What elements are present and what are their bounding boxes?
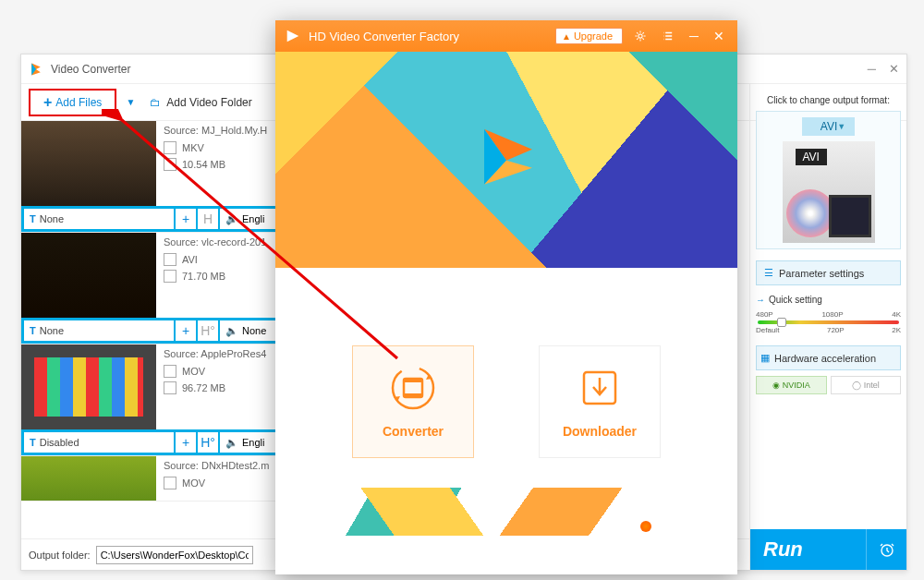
- list-icon: [662, 30, 675, 42]
- svg-point-1: [638, 34, 642, 38]
- format-icon: [164, 141, 176, 154]
- size-icon: [164, 270, 176, 283]
- add-subtitle-button[interactable]: +: [176, 209, 196, 229]
- format-badge: AVI: [796, 149, 827, 165]
- intel-icon: ◯: [852, 381, 861, 390]
- format-selector[interactable]: AVI ▼ AVI: [756, 111, 901, 249]
- subtitle-select[interactable]: TDisabled: [24, 432, 174, 453]
- video-thumbnail: [21, 344, 156, 429]
- file-source: Source: DNxHDtest2.m: [164, 460, 273, 471]
- slider-knob[interactable]: [777, 318, 786, 327]
- quick-setting-label: → Quick setting: [756, 295, 901, 305]
- alarm-icon: [878, 540, 896, 559]
- video-thumbnail: [21, 456, 156, 501]
- film-icon: [829, 195, 871, 237]
- audio-select[interactable]: 🔈Engli: [220, 432, 277, 453]
- arrow-right-icon: →: [756, 295, 765, 305]
- arrow-up-icon: ▲: [562, 31, 571, 42]
- minimize-button[interactable]: ─: [686, 29, 702, 43]
- gear-icon: [634, 30, 647, 42]
- add-subtitle-button[interactable]: +: [176, 432, 196, 453]
- list-button[interactable]: [658, 30, 678, 42]
- chevron-down-icon: ▼: [837, 122, 845, 131]
- quality-slider[interactable]: 480P1080P4K Default720P2K: [756, 310, 901, 334]
- folder-icon: 🗀: [150, 96, 161, 109]
- run-button[interactable]: Run: [750, 538, 866, 562]
- downloader-tile-label: Downloader: [563, 424, 637, 439]
- add-subtitle-button[interactable]: +: [176, 320, 196, 341]
- converter-tile[interactable]: Converter: [352, 345, 474, 458]
- speaker-icon: 🔈: [225, 325, 238, 337]
- converter-icon: [388, 365, 438, 411]
- add-files-dropdown[interactable]: ▼: [122, 97, 139, 107]
- file-format: AVI: [182, 254, 198, 265]
- change-format-label: Click to change output format:: [756, 95, 901, 105]
- settings-button[interactable]: [630, 30, 650, 42]
- factory-titlebar: HD Video Converter Factory ▲Upgrade ─ ✕: [275, 20, 737, 52]
- brand-label: WonderFox Soft: [640, 521, 728, 532]
- hero-banner: [275, 52, 737, 268]
- output-panel: Click to change output format: AVI ▼ AVI…: [749, 84, 906, 570]
- output-path-input[interactable]: [96, 546, 253, 564]
- factory-window: HD Video Converter Factory ▲Upgrade ─ ✕ …: [275, 20, 737, 574]
- audio-select[interactable]: 🔈Engli: [220, 209, 277, 229]
- format-name: AVI: [821, 120, 837, 133]
- hardware-accel-button[interactable]: ▦ Hardware acceleration: [756, 345, 901, 370]
- file-format: MOV: [182, 366, 205, 377]
- svg-point-2: [393, 368, 433, 408]
- file-list: Source: MJ_Hold.My.H MKV 10.54 MB TNone …: [21, 121, 280, 537]
- add-files-button[interactable]: + Add Files: [29, 89, 116, 116]
- add-folder-button[interactable]: 🗀 Add Video Folder: [144, 94, 258, 111]
- factory-title: HD Video Converter Factory: [309, 30, 548, 43]
- parameter-settings-button[interactable]: ☰ Parameter settings: [756, 260, 901, 285]
- speaker-icon: 🔈: [225, 437, 238, 449]
- schedule-button[interactable]: [866, 529, 906, 570]
- plus-icon: +: [43, 94, 52, 111]
- app-logo-icon: [285, 28, 301, 44]
- hardsub-button[interactable]: H°: [198, 432, 218, 453]
- close-button[interactable]: ✕: [710, 29, 728, 43]
- add-files-label: Add Files: [55, 96, 102, 109]
- app-logo-icon: [29, 62, 43, 77]
- nvidia-icon: ◉: [772, 381, 780, 390]
- format-icon: [164, 477, 176, 489]
- list-item[interactable]: Source: DNxHDtest2.m MOV: [21, 456, 280, 501]
- file-size: 96.72 MB: [182, 382, 225, 393]
- hardsub-button[interactable]: H: [198, 209, 218, 229]
- output-label: Output folder:: [29, 550, 91, 561]
- size-icon: [164, 381, 176, 394]
- downloader-tile[interactable]: Downloader: [539, 345, 661, 458]
- upgrade-button[interactable]: ▲Upgrade: [555, 28, 623, 44]
- hardsub-button[interactable]: H°: [198, 320, 218, 341]
- file-size: 71.70 MB: [182, 271, 225, 282]
- converter-tile-label: Converter: [383, 424, 444, 439]
- audio-select[interactable]: 🔈None: [220, 320, 277, 341]
- format-icon: [164, 253, 176, 266]
- file-source: Source: vlc-record-201: [164, 236, 273, 248]
- video-thumbnail: [21, 233, 156, 318]
- svg-rect-4: [404, 379, 422, 382]
- format-preview: AVI: [783, 141, 875, 243]
- file-size: 10.54 MB: [182, 159, 225, 170]
- close-button[interactable]: ✕: [889, 62, 899, 76]
- video-thumbnail: [21, 121, 156, 206]
- minimize-button[interactable]: ─: [868, 62, 876, 76]
- nvidia-chip[interactable]: ◉NVIDIA: [756, 376, 827, 394]
- list-item[interactable]: Source: MJ_Hold.My.H MKV 10.54 MB TNone …: [21, 121, 280, 233]
- file-source: Source: MJ_Hold.My.H: [164, 125, 273, 136]
- list-item[interactable]: Source: AppleProRes4 MOV 96.72 MB TDisab…: [21, 344, 280, 456]
- chip-icon: ▦: [760, 352, 770, 364]
- add-folder-label: Add Video Folder: [166, 96, 252, 109]
- size-icon: [164, 158, 176, 171]
- list-item[interactable]: Source: vlc-record-201 AVI 71.70 MB TNon…: [21, 233, 280, 344]
- subtitle-select[interactable]: TNone: [24, 209, 174, 229]
- file-source: Source: AppleProRes4: [164, 348, 273, 359]
- file-format: MOV: [182, 477, 205, 489]
- format-icon: [164, 365, 176, 378]
- speaker-icon: 🔈: [225, 213, 238, 225]
- subtitle-select[interactable]: TNone: [24, 320, 174, 341]
- brand-icon: [640, 521, 651, 532]
- file-format: MKV: [182, 142, 204, 153]
- intel-chip[interactable]: ◯Intel: [831, 376, 902, 394]
- sliders-icon: ☰: [764, 267, 773, 279]
